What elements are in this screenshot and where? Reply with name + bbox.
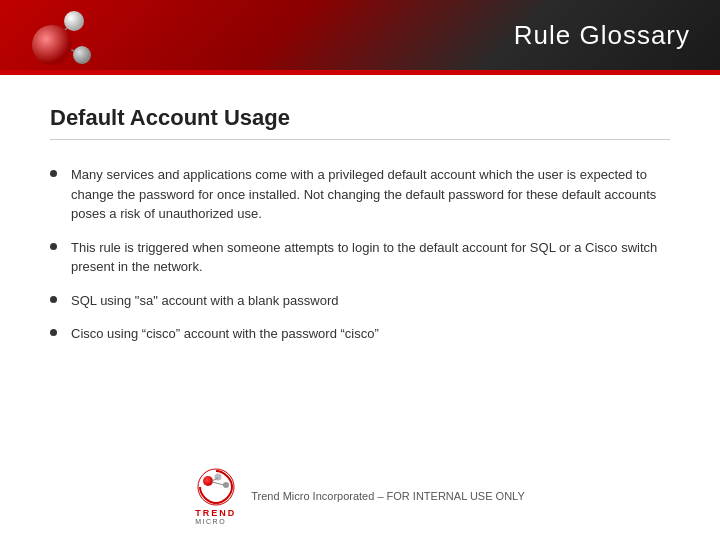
bullet-list: Many services and applications come with… xyxy=(50,165,670,344)
logo-micro: MICRO xyxy=(195,518,226,525)
sphere-small-gray xyxy=(73,46,91,64)
page-header-title: Rule Glossary xyxy=(514,20,690,51)
footer-text: Trend Micro Incorporated – FOR INTERNAL … xyxy=(251,490,524,502)
footer: TREND MICRO Trend Micro Incorporated – F… xyxy=(0,467,720,525)
header-decoration xyxy=(10,5,90,70)
bullet-text: Cisco using “cisco” account with the pas… xyxy=(71,324,670,344)
bullet-text: Many services and applications come with… xyxy=(71,165,670,224)
list-item: SQL using "sa" account with a blank pass… xyxy=(50,291,670,311)
list-item: Many services and applications come with… xyxy=(50,165,670,224)
list-item: This rule is triggered when someone atte… xyxy=(50,238,670,277)
bullet-dot xyxy=(50,170,57,177)
bullet-text: SQL using "sa" account with a blank pass… xyxy=(71,291,670,311)
svg-line-7 xyxy=(212,482,224,485)
sphere-small-white xyxy=(64,11,84,31)
logo-trend: TREND xyxy=(195,508,236,518)
main-content: Default Account Usage Many services and … xyxy=(0,75,720,378)
bullet-dot xyxy=(50,296,57,303)
bullet-text: This rule is triggered when someone atte… xyxy=(71,238,670,277)
trend-micro-logo: TREND MICRO xyxy=(195,467,236,525)
bullet-dot xyxy=(50,243,57,250)
header: Rule Glossary xyxy=(0,0,720,70)
svg-point-3 xyxy=(203,476,213,486)
list-item: Cisco using “cisco” account with the pas… xyxy=(50,324,670,344)
bullet-dot xyxy=(50,329,57,336)
page-title: Default Account Usage xyxy=(50,105,670,140)
sphere-large xyxy=(32,25,72,65)
